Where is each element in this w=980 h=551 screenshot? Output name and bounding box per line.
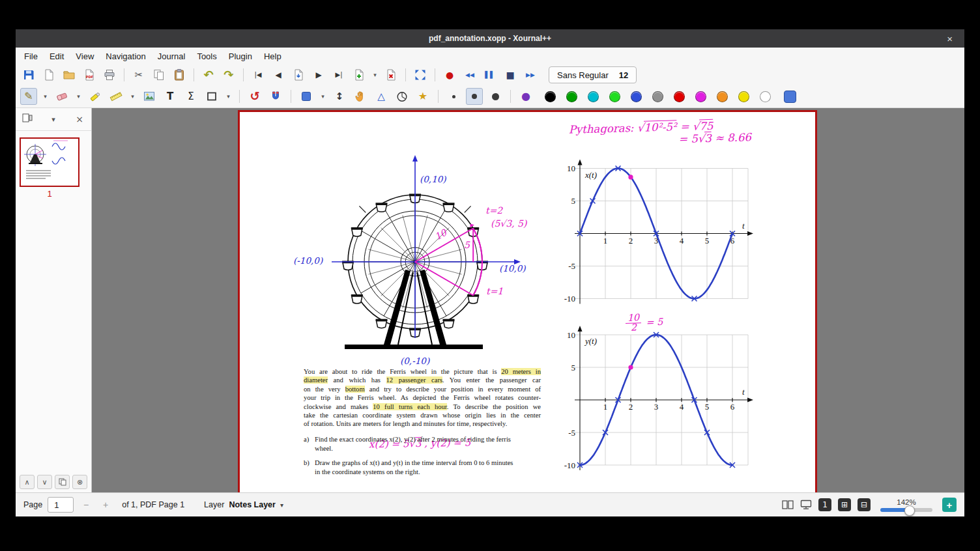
menu-help[interactable]: Help	[258, 49, 287, 63]
highlighter-tool-button[interactable]	[87, 88, 104, 105]
font-name: Sans Regular	[557, 70, 609, 80]
paragraph-line: diameter and which has 12 passenger cars…	[304, 376, 541, 384]
pdf-page[interactable]: (0,10) (-10,0) (10,0) (0,-10)	[238, 110, 817, 492]
grid-zoom-in-button[interactable]: ⊞	[838, 498, 851, 511]
zoom-in-button[interactable]: +	[942, 498, 957, 512]
toolbar-separator	[194, 68, 194, 81]
color-swatch-00a000[interactable]	[566, 91, 577, 102]
hand-tool-button[interactable]	[352, 88, 369, 105]
menu-edit[interactable]: Edit	[44, 49, 70, 63]
select-rectangle-tool-button[interactable]	[298, 88, 315, 105]
fullscreen-button[interactable]	[412, 66, 429, 83]
fill-tool-button[interactable]: ●	[517, 88, 534, 105]
color-swatch-f09020[interactable]	[717, 91, 728, 102]
zoom-slider-knob[interactable]	[904, 505, 915, 516]
page-decrement-button[interactable]: −	[79, 497, 93, 513]
draw-arc-tool-button[interactable]	[394, 88, 411, 105]
zoom-slider[interactable]	[880, 508, 932, 512]
single-page-mode-button[interactable]: 1	[818, 498, 831, 511]
color-swatch-f0e000[interactable]	[738, 91, 749, 102]
delete-page-button[interactable]	[382, 66, 399, 83]
rewind-button[interactable]: ◀◀	[461, 66, 478, 83]
cut-button[interactable]: ✂	[130, 66, 147, 83]
color-swatch-22dd22[interactable]	[609, 91, 620, 102]
stop-button[interactable]: ■	[502, 66, 519, 83]
menu-journal[interactable]: Journal	[152, 49, 192, 63]
new-document-button[interactable]	[40, 66, 57, 83]
print-button[interactable]	[101, 66, 118, 83]
grid-zoom-out-button[interactable]: ⊟	[857, 498, 871, 511]
new-page-options-button[interactable]: ▾	[371, 66, 379, 83]
sidebar-duplicate-button[interactable]	[55, 475, 70, 489]
page-thumbnail-art	[21, 139, 78, 186]
select-options-button[interactable]: ▾	[319, 88, 327, 105]
pen-options-button[interactable]: ▾	[41, 88, 50, 105]
color-swatch-000000[interactable]	[545, 91, 556, 102]
thickness-medium-button[interactable]	[466, 88, 483, 105]
new-page-after-button[interactable]	[351, 66, 368, 83]
pen-tool-button[interactable]: ✎	[20, 88, 37, 105]
record-audio-button[interactable]: ●	[441, 66, 458, 83]
undo-button[interactable]: ↶	[200, 66, 217, 83]
paste-button[interactable]	[171, 66, 188, 83]
color-swatch-ffffff[interactable]	[760, 91, 771, 102]
thickness-fine-button[interactable]	[445, 88, 462, 105]
sidebar-down-button[interactable]: ∨	[37, 475, 52, 489]
draw-star-tool-button[interactable]: ★	[414, 88, 431, 105]
goto-previous-button[interactable]: ◀	[270, 66, 287, 83]
menu-navigation[interactable]: Navigation	[100, 49, 151, 63]
font-selector-button[interactable]: Sans Regular 12	[549, 66, 637, 83]
paragraph-line: take the cartesian coordinate system dra…	[304, 411, 541, 419]
page-increment-button[interactable]: +	[98, 497, 113, 513]
menu-tools[interactable]: Tools	[191, 49, 222, 63]
vertical-space-tool-button[interactable]: ↕	[331, 88, 348, 105]
toolbar-tools: ✎▾▾▾TΣ▾↺▾↕△★●	[16, 85, 964, 108]
snapping-tool-button[interactable]	[267, 88, 284, 105]
forward-button[interactable]: ▶▶	[522, 66, 539, 83]
menu-file[interactable]: File	[18, 49, 44, 63]
goto-page-button[interactable]	[290, 66, 307, 83]
shape-options-button[interactable]: ▾	[224, 88, 233, 105]
image-tool-button[interactable]	[141, 88, 158, 105]
window-close-button[interactable]: ×	[943, 29, 957, 48]
shape-tool-button[interactable]	[203, 88, 220, 105]
sidebar-chevron-icon[interactable]: ▾	[50, 114, 57, 125]
copy-button[interactable]	[151, 66, 167, 83]
eraser-options-button[interactable]: ▾	[74, 88, 83, 105]
eraser-tool-button[interactable]	[53, 88, 70, 105]
page-number-input[interactable]: 1	[48, 497, 74, 513]
color-swatch-3050d8[interactable]	[631, 91, 642, 102]
goto-next-button[interactable]: ▶	[310, 66, 327, 83]
layer-selector[interactable]: Layer Notes Layer ▾	[200, 500, 287, 510]
menu-view[interactable]: View	[70, 49, 100, 63]
sidebar-close-page-button[interactable]: ⊗	[72, 475, 87, 489]
export-pdf-button[interactable]: PDF	[81, 66, 98, 83]
thickness-thick-button[interactable]	[487, 88, 504, 105]
color-swatch-e00000[interactable]	[674, 91, 685, 102]
menu-plugin[interactable]: Plugin	[223, 49, 258, 63]
page-thumbnail[interactable]	[20, 137, 79, 187]
math-tex-tool-button[interactable]: Σ	[182, 88, 199, 105]
pause-button[interactable]: ▌▌	[482, 66, 498, 83]
sidebar-close-icon[interactable]: ×	[74, 113, 85, 126]
save-button[interactable]	[20, 66, 37, 83]
ferris-car	[351, 227, 363, 236]
goto-last-button[interactable]: ▶|	[330, 66, 347, 83]
current-color-button[interactable]	[784, 91, 796, 103]
ruler-options-button[interactable]: ▾	[128, 88, 137, 105]
redo-button[interactable]: ↷	[220, 66, 237, 83]
color-swatch-e020e0[interactable]	[695, 91, 706, 102]
ruler-tool-button[interactable]	[108, 88, 124, 105]
presentation-mode-button[interactable]	[800, 500, 812, 510]
color-swatch-909090[interactable]	[652, 91, 663, 102]
document-canvas[interactable]: (0,10) (-10,0) (10,0) (0,-10)	[92, 108, 964, 492]
sidebar-up-button[interactable]: ∧	[20, 475, 35, 489]
undo-icon: ↶	[203, 69, 213, 81]
color-swatch-00bcd0[interactable]	[588, 91, 599, 102]
text-tool-button[interactable]: T	[162, 88, 179, 105]
draw-triangle-tool-button[interactable]: △	[373, 88, 390, 105]
goto-first-button[interactable]: |◀	[250, 66, 267, 83]
shape-recognizer-button[interactable]: ↺	[246, 88, 263, 105]
open-button[interactable]	[61, 66, 78, 83]
dual-page-view-button[interactable]	[782, 500, 794, 510]
